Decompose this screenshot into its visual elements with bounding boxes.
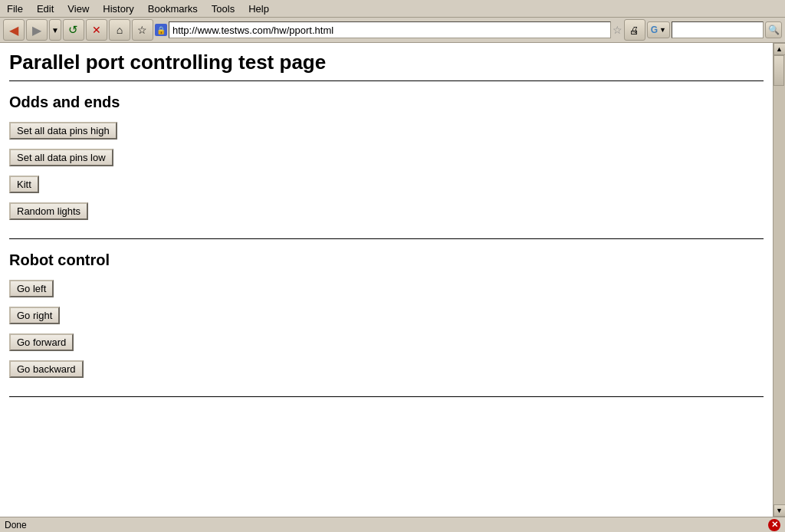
menu-history[interactable]: History	[99, 2, 137, 15]
odds-heading: Odds and ends	[9, 94, 764, 111]
random-lights-row: Random lights	[9, 202, 764, 226]
bottom-divider	[9, 396, 764, 397]
bookmark-star-icon[interactable]: ☆	[613, 24, 622, 36]
browser-window: File Edit View History Bookmarks Tools H…	[0, 0, 785, 532]
status-text: Done	[5, 520, 762, 530]
menu-tools[interactable]: Tools	[208, 2, 238, 15]
set-all-high-button[interactable]: Set all data pins high	[9, 122, 117, 140]
go-forward-button[interactable]: Go forward	[9, 333, 74, 351]
url-security-icon: 🔒	[155, 24, 167, 36]
status-bar: Done ✕	[0, 517, 785, 532]
kitt-row: Kitt	[9, 176, 764, 199]
go-forward-row: Go forward	[9, 333, 764, 357]
menu-bookmarks[interactable]: Bookmarks	[144, 2, 202, 15]
kitt-button[interactable]: Kitt	[9, 176, 39, 193]
search-engine-dropdown-icon: ▼	[659, 26, 666, 34]
dropdown-icon: ▼	[51, 26, 59, 34]
search-container: G ▼ 🔍	[647, 21, 782, 38]
go-right-row: Go right	[9, 307, 764, 330]
forward-icon: ▶	[32, 23, 41, 38]
url-bar-container: 🔒 ☆	[155, 21, 622, 38]
robot-section: Robot control Go left Go right Go forwar…	[9, 251, 764, 384]
set-low-row: Set all data pins low	[9, 149, 764, 172]
back-icon: ◀	[9, 23, 18, 38]
page-title: Parallel port controlling test page	[9, 51, 764, 74]
search-go-button[interactable]: 🔍	[765, 21, 782, 38]
scrollbar: ▲ ▼	[773, 43, 785, 517]
scroll-up-icon: ▲	[776, 45, 783, 53]
url-input[interactable]	[169, 21, 611, 38]
error-x-icon: ✕	[771, 520, 778, 530]
content-area: Parallel port controlling test page Odds…	[0, 43, 785, 517]
search-engine-button[interactable]: G ▼	[647, 21, 670, 38]
print-icon: 🖨	[629, 25, 639, 36]
search-icon: 🔍	[768, 25, 780, 35]
home-button[interactable]: ⌂	[109, 19, 130, 41]
scroll-up-button[interactable]: ▲	[774, 43, 786, 55]
menu-file[interactable]: File	[3, 2, 27, 15]
scroll-down-icon: ▼	[776, 507, 783, 514]
print-button[interactable]: 🖨	[624, 19, 645, 41]
stop-icon: ✕	[92, 24, 101, 36]
bookmark-icon: ☆	[137, 24, 147, 36]
back-button[interactable]: ◀	[3, 19, 25, 41]
search-input[interactable]	[672, 21, 764, 38]
forward-button[interactable]: ▶	[26, 19, 48, 41]
go-right-button[interactable]: Go right	[9, 307, 60, 324]
scroll-down-button[interactable]: ▼	[774, 504, 786, 517]
scroll-track[interactable]	[774, 55, 785, 504]
random-lights-button[interactable]: Random lights	[9, 202, 88, 220]
menu-edit[interactable]: Edit	[33, 2, 57, 15]
stop-button[interactable]: ✕	[86, 19, 107, 41]
page-content: Parallel port controlling test page Odds…	[0, 43, 773, 517]
go-backward-row: Go backward	[9, 360, 764, 384]
status-error-icon: ✕	[768, 519, 780, 531]
go-left-row: Go left	[9, 280, 764, 304]
menu-bar: File Edit View History Bookmarks Tools H…	[0, 0, 785, 17]
reload-button[interactable]: ↺	[63, 19, 84, 41]
menu-view[interactable]: View	[64, 2, 93, 15]
section-divider	[9, 238, 764, 239]
odds-section: Odds and ends Set all data pins high Set…	[9, 94, 764, 226]
go-backward-button[interactable]: Go backward	[9, 360, 84, 378]
scroll-thumb[interactable]	[774, 55, 784, 86]
bookmark-page-button[interactable]: ☆	[132, 19, 153, 41]
home-icon: ⌂	[117, 24, 123, 36]
set-high-row: Set all data pins high	[9, 122, 764, 146]
toolbar: ◀ ▶ ▼ ↺ ✕ ⌂ ☆ 🔒 ☆ 🖨	[0, 17, 785, 43]
google-icon: G	[651, 25, 658, 35]
robot-heading: Robot control	[9, 251, 764, 269]
title-divider	[9, 80, 764, 81]
nav-dropdown-button[interactable]: ▼	[49, 19, 61, 41]
menu-help[interactable]: Help	[245, 2, 273, 15]
set-all-low-button[interactable]: Set all data pins low	[9, 149, 113, 166]
reload-icon: ↺	[68, 23, 78, 37]
go-left-button[interactable]: Go left	[9, 280, 54, 297]
